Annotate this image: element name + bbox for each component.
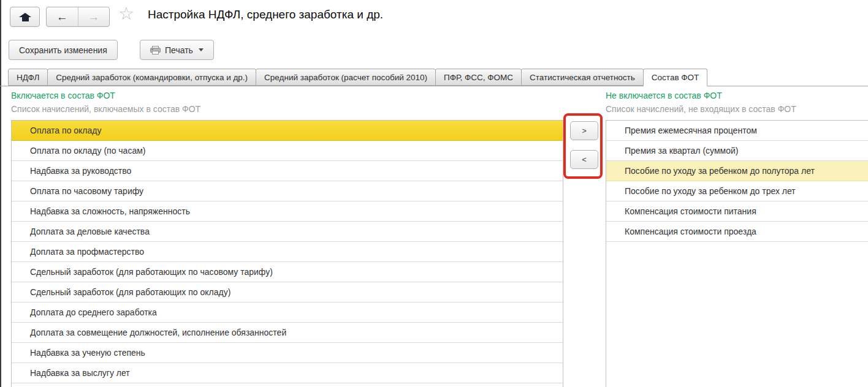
list-item[interactable]: Оплата по окладу (по часам) [12,141,563,161]
list-item[interactable]: Премия ежемесячная процентом [606,121,868,141]
forward-button[interactable]: → [78,7,110,26]
tab-strip: НДФЛСредний заработок (командировки, отп… [0,69,868,86]
list-item[interactable]: Доплата до среднего заработка [12,302,563,323]
move-left-button[interactable]: < [570,150,598,169]
list-item[interactable]: Сдельный заработок (для работающих по ок… [12,282,563,302]
save-changes-label: Сохранить изменения [19,45,107,55]
list-item[interactable]: Надбавка за выслугу лет [12,363,563,383]
tab-5[interactable]: Статистическая отчетность [521,69,644,86]
forward-arrow-icon: → [88,10,99,24]
list-item[interactable]: Компенсация стоимости питания [606,201,868,222]
tab-6[interactable]: Состав ФОТ [643,69,707,86]
home-button[interactable] [10,7,40,27]
window-edge [0,0,1,387]
tab-2[interactable]: Средний заработок (командировки, отпуска… [47,69,256,86]
included-list: Оплата по окладуОплата по окладу (по час… [11,120,563,387]
list-item[interactable]: Пособие по уходу за ребенком до трех лет [606,181,868,201]
list-item[interactable]: Оплата по окладу [12,121,563,141]
list-item[interactable]: Доплата за профмастерство [12,242,563,262]
history-nav-group: ← → [46,7,110,27]
back-arrow-icon: ← [56,10,68,24]
home-icon [20,13,31,21]
excluded-list: Премия ежемесячная процентомПремия за кв… [606,120,868,387]
list-item[interactable]: Надбавка за сложность, напряженность [12,201,563,222]
favorite-star-icon[interactable]: ☆ [118,5,134,23]
print-button[interactable]: Печать [140,40,214,60]
tab-3[interactable]: Средний заработок (расчет пособий 2010) [256,69,436,86]
save-changes-button[interactable]: Сохранить изменения [9,40,118,60]
list-item[interactable]: Доплата за деловые качества [12,222,563,242]
move-right-button[interactable]: > [570,121,598,140]
list-item[interactable]: Надбавка за руководство [12,161,563,181]
left-panel-subtitle: Список начислений, включаемых в состав Ф… [11,104,200,114]
tab-1[interactable]: НДФЛ [8,69,48,86]
list-item[interactable]: Сдельный заработок (для работающих по ча… [12,262,563,282]
list-item[interactable]: Пособие по уходу за ребенком до полутора… [606,161,868,181]
list-item[interactable]: Надбавка за ученую степень [12,343,563,363]
right-panel-title: Не включается в состав ФОТ [606,91,722,100]
tab-4[interactable]: ПФР, ФСС, ФОМС [435,69,522,86]
list-item[interactable]: Доплата за совмещение должностей, исполн… [12,323,563,343]
caret-down-icon [199,48,204,51]
list-item[interactable]: Компенсация стоимости проезда [606,222,868,242]
right-panel-subtitle: Список начислений, не входящих в состав … [606,104,796,114]
back-button[interactable]: ← [47,7,78,26]
left-panel-title: Включается в состав ФОТ [11,91,115,100]
list-item[interactable]: Оплата по часовому тарифу [12,181,563,201]
print-label: Печать [165,45,193,55]
page-title: Настройка НДФЛ, среднего заработка и др. [148,8,383,21]
printer-icon [150,46,161,54]
list-item[interactable]: Премия за квартал (суммой) [606,141,868,161]
